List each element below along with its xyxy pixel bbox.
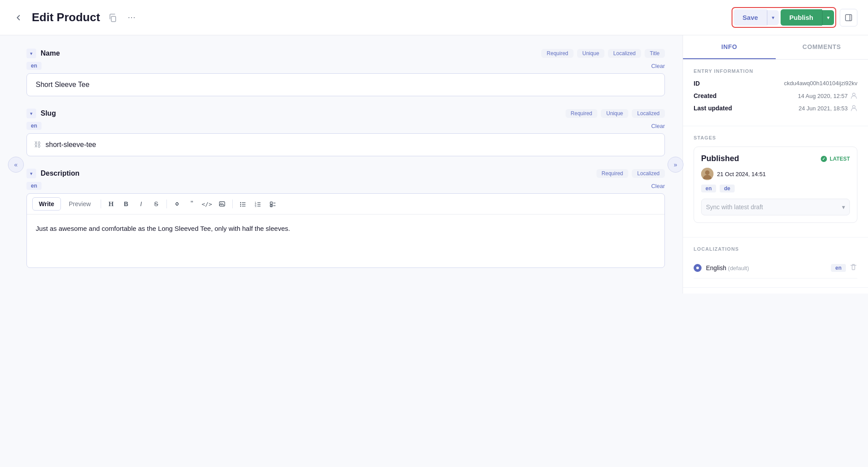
toolbar-divider-3 bbox=[232, 200, 233, 208]
right-collapse-button[interactable]: » bbox=[668, 157, 683, 173]
slug-locale-row: en Clear bbox=[26, 122, 665, 130]
entry-created-label: Created bbox=[694, 92, 717, 99]
name-field-label: Name bbox=[41, 49, 60, 57]
entry-updated-label: Last updated bbox=[694, 105, 732, 112]
locale-name-english: English (default) bbox=[706, 264, 749, 271]
slug-field-header: ▾ Slug Required Unique Localized bbox=[26, 109, 665, 118]
copy-icon[interactable] bbox=[106, 11, 120, 25]
toolbar-quote-btn[interactable]: " bbox=[185, 197, 199, 211]
entry-created-row: Created 14 Aug 2020, 12:57 bbox=[694, 92, 857, 99]
description-field-header: ▾ Description Required Localized bbox=[26, 169, 665, 178]
tab-comments[interactable]: COMMENTS bbox=[776, 35, 868, 59]
save-button[interactable]: Save bbox=[734, 9, 767, 26]
left-collapse-button[interactable]: « bbox=[8, 157, 24, 173]
description-field-section: ▾ Description Required Localized en Clea… bbox=[26, 169, 665, 268]
publish-button-group: Publish ▾ bbox=[781, 9, 834, 26]
link-icon: ⛓ bbox=[34, 141, 41, 149]
stage-locales: en de bbox=[701, 185, 850, 192]
slug-tag-localized: Localized bbox=[632, 109, 665, 118]
slug-input-wrapper: ⛓ bbox=[26, 133, 665, 156]
toolbar-divider-1 bbox=[101, 200, 101, 208]
description-locale-row: en Clear bbox=[26, 182, 665, 190]
rich-text-editor: Write Preview H B I S " </> bbox=[26, 193, 665, 268]
entry-id-value: ckdu4awq00h140104ijzi92kv bbox=[784, 80, 857, 87]
slug-input[interactable] bbox=[45, 134, 657, 156]
toolbar-checklist-btn[interactable] bbox=[266, 197, 279, 211]
publish-dropdown-button[interactable]: ▾ bbox=[822, 10, 834, 25]
slug-locale-badge: en bbox=[26, 122, 42, 130]
latest-badge: LATEST bbox=[821, 156, 850, 162]
right-panel: INFO COMMENTS ENTRY INFORMATION ID ckdu4… bbox=[683, 35, 868, 294]
toolbar-heading-btn[interactable]: H bbox=[105, 197, 118, 211]
svg-point-9 bbox=[240, 206, 241, 207]
locale-delete-icon[interactable] bbox=[849, 263, 857, 273]
name-clear-link[interactable]: Clear bbox=[651, 63, 665, 69]
main-container: « ▾ Name Required Unique Localized Title… bbox=[0, 35, 868, 294]
stage-card: Published LATEST 21 Oct 2024, 14:51 en d… bbox=[694, 147, 857, 223]
write-tab[interactable]: Write bbox=[32, 197, 61, 211]
name-field-toggle[interactable]: ▾ bbox=[26, 49, 36, 58]
sync-draft-button[interactable]: Sync with latest draft ▾ bbox=[701, 199, 850, 215]
page-title: Edit Product bbox=[32, 11, 100, 24]
stage-locale-en: en bbox=[701, 185, 716, 192]
toolbar-strikethrough-btn[interactable]: S bbox=[150, 197, 163, 211]
panel-toggle-button[interactable] bbox=[840, 9, 857, 26]
slug-field-label: Slug bbox=[41, 109, 56, 117]
header-right: Save ▾ Publish ▾ bbox=[732, 7, 857, 28]
name-tag-localized: Localized bbox=[608, 49, 641, 58]
locale-right-english: en bbox=[831, 263, 857, 273]
svg-point-24 bbox=[705, 170, 709, 175]
toolbar-bold-btn[interactable]: B bbox=[120, 197, 133, 211]
name-locale-row: en Clear bbox=[26, 62, 665, 70]
name-locale-badge: en bbox=[26, 62, 42, 70]
slug-field-toggle[interactable]: ▾ bbox=[26, 109, 36, 118]
toolbar-image-btn[interactable] bbox=[215, 197, 229, 211]
localizations-title: LOCALIZATIONS bbox=[694, 246, 857, 252]
toolbar-code-btn[interactable]: </> bbox=[200, 197, 214, 211]
name-tag-unique: Unique bbox=[577, 49, 604, 58]
name-tag-required: Required bbox=[541, 49, 574, 58]
slug-field-tags: Required Unique Localized bbox=[566, 109, 665, 118]
name-input[interactable] bbox=[26, 73, 665, 96]
localizations-section: LOCALIZATIONS English (default) en bbox=[683, 237, 868, 288]
svg-point-21 bbox=[853, 93, 855, 96]
toolbar-ordered-list-btn[interactable]: 1.2.3. bbox=[251, 197, 264, 211]
stage-date-text: 21 Oct 2024, 14:51 bbox=[717, 171, 766, 177]
stage-card-header: Published LATEST bbox=[701, 154, 850, 163]
svg-rect-17 bbox=[270, 202, 272, 204]
description-editor-body[interactable]: Just as awesome and comfortable as the L… bbox=[27, 215, 664, 267]
description-field-label: Description bbox=[41, 169, 79, 177]
description-clear-link[interactable]: Clear bbox=[651, 183, 665, 189]
description-tag-required: Required bbox=[596, 169, 629, 178]
description-tag-localized: Localized bbox=[632, 169, 665, 178]
stages-title: STAGES bbox=[694, 135, 857, 140]
created-user-icon bbox=[850, 92, 857, 99]
description-field-toggle[interactable]: ▾ bbox=[26, 169, 36, 178]
more-options-icon[interactable]: ··· bbox=[125, 11, 139, 25]
entry-information-section: ENTRY INFORMATION ID ckdu4awq00h140104ij… bbox=[683, 60, 868, 126]
preview-tab[interactable]: Preview bbox=[63, 198, 97, 210]
locale-radio-english[interactable] bbox=[694, 264, 702, 272]
slug-tag-unique: Unique bbox=[601, 109, 628, 118]
panel-tabs: INFO COMMENTS bbox=[683, 35, 868, 60]
svg-rect-0 bbox=[111, 16, 116, 22]
toolbar-italic-btn[interactable]: I bbox=[135, 197, 148, 211]
entry-updated-row: Last updated 24 Jun 2021, 18:53 bbox=[694, 105, 857, 112]
back-button[interactable] bbox=[11, 10, 26, 26]
tab-info[interactable]: INFO bbox=[683, 35, 776, 59]
save-dropdown-button[interactable]: ▾ bbox=[767, 10, 779, 25]
stage-date: 21 Oct 2024, 14:51 bbox=[701, 168, 850, 180]
slug-clear-link[interactable]: Clear bbox=[651, 123, 665, 129]
localization-item-english: English (default) en bbox=[694, 258, 857, 279]
publish-button[interactable]: Publish bbox=[781, 9, 822, 26]
slug-tag-required: Required bbox=[566, 109, 598, 118]
name-field-header: ▾ Name Required Unique Localized Title bbox=[26, 49, 665, 58]
toolbar-divider-2 bbox=[166, 200, 167, 208]
toolbar-link-btn[interactable] bbox=[170, 197, 184, 211]
entry-id-label: ID bbox=[694, 80, 700, 87]
stage-locale-de: de bbox=[720, 185, 735, 192]
toolbar-unordered-list-btn[interactable] bbox=[236, 197, 249, 211]
save-button-group: Save ▾ bbox=[734, 9, 779, 26]
svg-rect-1 bbox=[845, 15, 852, 21]
name-field-section: ▾ Name Required Unique Localized Title e… bbox=[26, 49, 665, 96]
